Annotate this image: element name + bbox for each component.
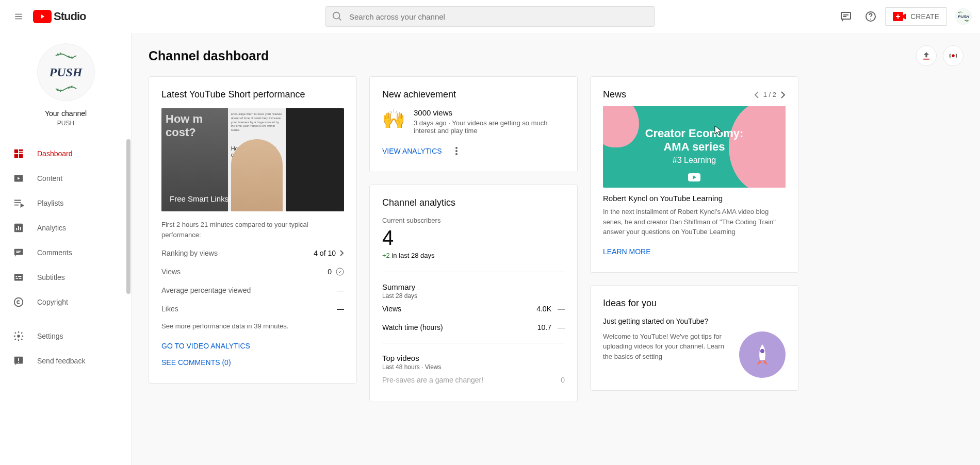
svg-rect-28	[923, 59, 929, 60]
sidebar-item-feedback[interactable]: Send feedback	[0, 348, 132, 373]
stat-value: —	[337, 305, 344, 313]
page-title: Channel dashboard	[149, 48, 269, 63]
sidebar-item-copyright[interactable]: Copyright	[0, 290, 132, 314]
avatar-text: PUSH	[49, 65, 82, 79]
create-button[interactable]: CREATE	[885, 7, 947, 26]
subtitles-icon	[12, 272, 25, 283]
header-actions: CREATE PUSH	[836, 6, 972, 27]
news-img-line2: AMA series	[603, 140, 786, 154]
view-analytics-link[interactable]: VIEW ANALYTICS	[382, 143, 442, 159]
go-live-button[interactable]	[943, 45, 963, 66]
learn-more-link[interactable]: LEARN MORE	[603, 243, 651, 260]
sidebar-item-settings[interactable]: Settings	[0, 324, 132, 348]
channel-avatar[interactable]: PUSH	[37, 43, 95, 101]
menu-icon[interactable]	[8, 6, 29, 27]
app-header: Studio CREATE PUSH	[0, 0, 980, 33]
sidebar-item-comments[interactable]: Comments	[0, 240, 132, 265]
top-videos-sub: Last 48 hours · Views	[382, 363, 565, 371]
subs-delta: +2 in last 28 days	[382, 252, 565, 259]
sidebar-item-subtitles[interactable]: Subtitles	[0, 265, 132, 290]
rocket-icon	[739, 331, 786, 378]
dashboard-icon	[12, 148, 25, 159]
stat-value: —	[337, 286, 344, 294]
svg-rect-9	[19, 152, 23, 153]
metric-row-views: Views 4.0K—	[382, 300, 565, 318]
video-thumbnail[interactable]: How mcost? encourage them to save your r…	[161, 108, 344, 211]
svg-rect-22	[18, 276, 21, 277]
go-to-video-analytics-link[interactable]: GO TO VIDEO ANALYTICS	[161, 338, 250, 354]
stat-value: 0	[328, 268, 332, 276]
feedback-icon	[12, 355, 25, 367]
metric-label: Watch time (hours)	[382, 323, 443, 331]
help-icon[interactable]	[860, 6, 881, 27]
logo-text: Studio	[54, 10, 86, 23]
summary-title: Summary	[382, 283, 565, 291]
sidebar-item-label: Copyright	[37, 298, 68, 306]
search-input[interactable]	[349, 12, 648, 21]
svg-point-31	[455, 147, 458, 149]
stat-label: Ranking by views	[161, 249, 218, 257]
current-subs-label: Current subscribers	[382, 217, 565, 224]
metric-label: Views	[382, 305, 401, 313]
news-next-button[interactable]	[780, 91, 786, 98]
ideas-card: Ideas for you Just getting started on Yo…	[590, 285, 798, 391]
sidebar-item-content[interactable]: Content	[0, 166, 132, 191]
svg-rect-20	[19, 278, 22, 279]
svg-rect-21	[16, 276, 18, 277]
svg-point-30	[336, 268, 344, 275]
svg-point-33	[455, 153, 458, 155]
search-box[interactable]	[325, 6, 655, 27]
youtube-icon	[688, 173, 700, 181]
svg-point-34	[760, 349, 764, 353]
sidebar-item-label: Playlists	[37, 199, 63, 207]
stat-row-ranking[interactable]: Ranking by views 4 of 10	[161, 244, 344, 262]
youtube-icon	[33, 10, 52, 23]
achievement-subtext: 3 days ago · Your videos are getting so …	[414, 119, 565, 135]
create-label: CREATE	[910, 12, 939, 21]
current-subs-value: 4	[382, 226, 565, 250]
upload-button[interactable]	[916, 45, 937, 66]
thumbnail-title: Free Smart Links!	[170, 194, 231, 203]
thumb-text: How m	[166, 112, 224, 126]
achievement-card: New achievement 🙌 3000 views 3 days ago …	[369, 76, 578, 172]
channel-analytics-card: Channel analytics Current subscribers 4 …	[369, 185, 578, 402]
channel-card: PUSH Your channel PUSH	[0, 33, 132, 137]
card-title: Latest YouTube Short performance	[161, 89, 344, 100]
more-icon[interactable]	[450, 145, 463, 157]
metric-row-watch: Watch time (hours) 10.7—	[382, 318, 565, 337]
sidebar-item-dashboard[interactable]: Dashboard	[0, 141, 132, 166]
create-icon	[893, 12, 906, 21]
news-image[interactable]: Creator Economy: AMA series #3 Learning	[603, 106, 786, 188]
top-video-label: Pre-saves are a game changer!	[382, 376, 483, 384]
chat-icon[interactable]	[836, 6, 856, 27]
news-body: In the next installment of Robert Kyncl'…	[603, 207, 786, 237]
sidebar-nav: Dashboard Content Playlists Analytics Co…	[0, 137, 132, 377]
top-videos-title: Top videos	[382, 354, 565, 362]
svg-rect-1	[841, 12, 851, 19]
svg-rect-14	[16, 228, 17, 230]
account-avatar[interactable]: PUSH	[955, 8, 972, 25]
sidebar-item-analytics[interactable]: Analytics	[0, 215, 132, 240]
latest-short-card: Latest YouTube Short performance How mco…	[149, 76, 357, 384]
check-circle-icon	[336, 268, 344, 276]
stat-row-likes: Likes —	[161, 300, 344, 318]
see-comments-link[interactable]: SEE COMMENTS (0)	[161, 354, 231, 371]
svg-point-32	[455, 150, 458, 152]
hands-icon: 🙌	[382, 108, 405, 130]
svg-point-3	[870, 19, 871, 20]
stat-label: Average percentage viewed	[161, 286, 251, 294]
news-prev-button[interactable]	[754, 91, 759, 98]
copyright-icon	[12, 296, 25, 308]
studio-logo[interactable]: Studio	[33, 10, 86, 23]
scrollbar-thumb[interactable]	[126, 139, 130, 294]
comments-icon	[12, 247, 25, 258]
svg-point-0	[333, 12, 340, 19]
svg-rect-8	[19, 150, 23, 152]
content-icon	[12, 173, 25, 184]
ideas-body-text: Welcome to YouTube! We've got tips for u…	[603, 331, 731, 378]
metric-value: 4.0K	[536, 305, 551, 313]
sidebar-item-playlists[interactable]: Playlists	[0, 191, 132, 215]
news-img-line3: #3 Learning	[603, 156, 786, 165]
sidebar-item-label: Dashboard	[37, 150, 73, 158]
stat-value: 4 of 10	[314, 249, 336, 257]
